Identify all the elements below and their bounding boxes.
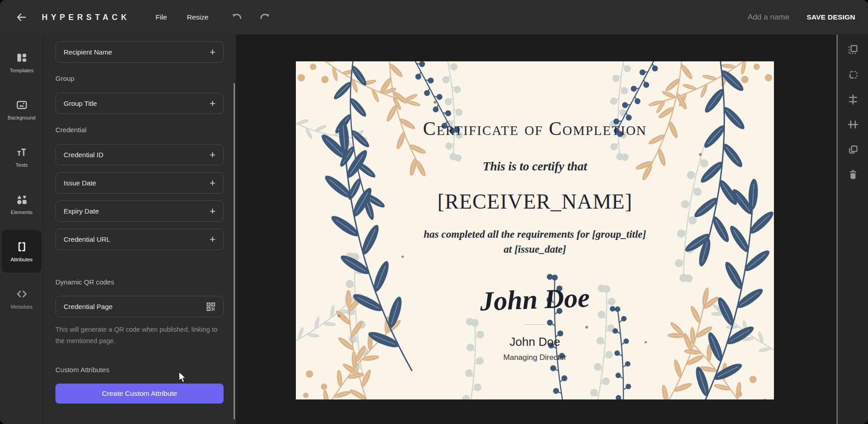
panel-scrollbar[interactable] [234,83,235,419]
metadata-icon [16,288,28,300]
delete-trash-icon[interactable] [847,169,859,180]
certificate-signatory-title[interactable]: Managing Director [296,353,774,362]
plus-icon: + [210,150,215,160]
attribute-group-title[interactable]: Group Title + [55,93,224,114]
qr-code-icon [206,302,215,311]
plus-icon: + [210,206,215,216]
undo-icon[interactable] [231,11,243,23]
attributes-panel: Recipient Name + Group Group Title + Cre… [43,35,236,424]
background-icon [16,99,28,111]
signature-line [524,324,545,325]
certificate-body-line2[interactable]: at [issue_date] [296,244,774,255]
menu-file[interactable]: File [155,13,167,21]
attribute-label: Group Title [64,100,97,107]
left-sidebar: Templates Background Texts [0,35,43,424]
design-canvas[interactable]: Certificate of Completion This is to cer… [236,35,837,424]
certificate-canvas[interactable]: Certificate of Completion This is to cer… [296,61,774,399]
plus-icon: + [210,234,215,244]
sidebar-item-metadata[interactable]: Metadata [2,277,41,320]
qr-section-label: Dynamic QR codes [55,278,224,286]
attribute-credential-url[interactable]: Credential URL + [55,229,224,250]
distribute-horizontal-icon[interactable] [847,119,859,130]
attribute-expiry-date[interactable]: Expiry Date + [55,200,224,222]
group-section-label: Group [55,75,224,82]
create-custom-attribute-button[interactable]: Create Custom Attribute [55,384,224,404]
elements-icon [16,194,28,205]
credential-section-label: Credential [55,126,224,134]
sidebar-item-attributes[interactable]: Attributes [2,230,41,273]
sidebar-item-elements[interactable]: Elements [2,183,41,225]
certificate-signatory-name[interactable]: John Doe [296,335,774,349]
custom-attributes-label: Custom Attributes [55,366,224,374]
attribute-label: Expiry Date [64,207,99,215]
design-name-input[interactable] [702,12,790,22]
attributes-icon [16,241,28,253]
back-arrow-icon[interactable] [15,11,27,23]
attribute-recipient-name[interactable]: Recipient Name + [55,41,224,63]
templates-icon [16,52,28,64]
attribute-label: Issue Date [64,179,96,187]
plus-icon: + [210,99,215,109]
duplicate-icon[interactable] [847,144,859,155]
top-bar: HYPERSTACK File Resize SAVE DESIGN [0,0,868,35]
sidebar-item-background[interactable]: Background [2,88,41,131]
menu-resize[interactable]: Resize [187,13,208,21]
plus-icon: + [210,178,215,188]
certificate-title[interactable]: Certificate of Completion [296,118,774,140]
certificate-subtitle[interactable]: This is to certify that [296,160,774,174]
qr-helper-text: This will generate a QR code when publis… [55,324,224,347]
attribute-credential-page[interactable]: Credential Page [55,296,224,317]
hyperstack-logo: HYPERSTACK [42,13,130,22]
save-design-button[interactable]: SAVE DESIGN [807,13,855,21]
app-window: HYPERSTACK File Resize SAVE DESIGN Templ… [0,0,868,424]
certificate-receiver-placeholder[interactable]: [RECEIVER_NAME] [296,190,774,214]
bring-forward-icon[interactable] [847,44,859,55]
attribute-credential-id[interactable]: Credential ID + [55,144,224,165]
texts-icon [16,146,28,158]
plus-icon: + [210,47,215,57]
certificate-body-line1[interactable]: has completed all the requirements for [… [296,229,774,240]
attribute-label: Credential Page [64,303,113,310]
attribute-label: Credential ID [64,151,104,159]
redo-icon[interactable] [259,11,270,23]
attribute-label: Credential URL [64,235,110,243]
attribute-issue-date[interactable]: Issue Date + [55,172,224,194]
right-toolbar [838,35,868,424]
distribute-vertical-icon[interactable] [847,94,859,105]
send-backward-icon[interactable] [847,69,859,80]
attribute-label: Recipient Name [64,48,112,56]
sidebar-item-templates[interactable]: Templates [2,41,41,84]
sidebar-item-texts[interactable]: Texts [2,135,41,178]
